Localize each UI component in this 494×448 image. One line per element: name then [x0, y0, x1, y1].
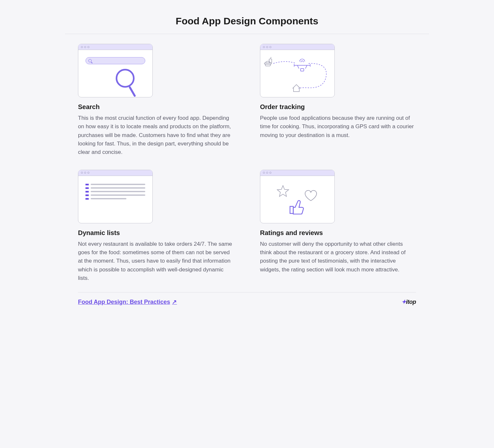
footer-link-label: Food App Design: Best Practices: [78, 299, 170, 305]
card-title: Dynamic lists: [78, 229, 234, 237]
mockup-titlebar: [78, 170, 152, 176]
thumbs-up-icon: [290, 201, 303, 214]
logo: ✦itop: [401, 298, 416, 305]
card-search: Search This is the most crucial function…: [78, 44, 234, 157]
card-description: This is the most crucial function of eve…: [78, 114, 234, 157]
card-ratings-reviews: Ratings and reviews No customer will den…: [260, 170, 416, 283]
card-description: Not every restaurant is available to tak…: [78, 240, 234, 283]
mockup-titlebar: [260, 170, 334, 176]
card-title: Ratings and reviews: [260, 229, 416, 237]
svg-rect-0: [269, 59, 272, 63]
card-title: Order tracking: [260, 103, 416, 111]
components-grid: Search This is the most crucial function…: [65, 34, 429, 289]
card-order-tracking: Order tracking People use food applicati…: [260, 44, 416, 157]
page-title: Food App Design Components: [65, 6, 429, 34]
drone-icon: [294, 59, 310, 71]
footer: Food App Design: Best Practices ↗ ✦itop: [78, 292, 416, 305]
card-dynamic-lists: Dynamic lists Not every restaurant is av…: [78, 170, 234, 283]
mockup-search: [78, 44, 153, 97]
ratings-illustration: [260, 176, 334, 223]
svg-line-5: [297, 65, 299, 68]
search-icon: [88, 59, 92, 62]
card-description: People use food applications because the…: [260, 114, 416, 140]
svg-line-6: [306, 65, 307, 68]
food-icon: [264, 57, 272, 66]
heart-icon: [305, 190, 317, 200]
mockup-ratings: [260, 170, 335, 223]
mockup-titlebar: [260, 44, 334, 50]
list-illustration: [85, 184, 145, 200]
tracking-illustration: [260, 50, 334, 97]
best-practices-link[interactable]: Food App Design: Best Practices ↗: [78, 298, 177, 305]
card-description: No customer will deny the opportunity to…: [260, 240, 416, 274]
card-title: Search: [78, 103, 234, 111]
search-input-illustration: [85, 57, 145, 64]
house-icon: [292, 85, 300, 92]
mockup-tracking: [260, 44, 335, 97]
svg-rect-7: [301, 68, 304, 71]
page-container: Food App Design Components Search: [65, 6, 429, 305]
svg-line-1: [270, 57, 271, 59]
star-icon: [277, 185, 289, 196]
mockup-titlebar: [78, 44, 152, 50]
magnifier-icon: [116, 69, 135, 88]
external-link-icon: ↗: [172, 298, 177, 305]
mockup-lists: [78, 170, 153, 223]
